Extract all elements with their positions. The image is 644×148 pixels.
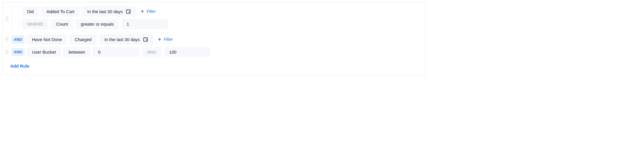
svg-point-11: [8, 39, 8, 40]
svg-rect-14: [144, 38, 148, 41]
rule-2-filter-label: Filter: [164, 37, 173, 42]
rule-1: Did Added To Cart In the last 30 days Fi…: [5, 6, 422, 32]
drag-handle-icon[interactable]: [5, 16, 9, 22]
svg-point-0: [6, 17, 6, 17]
rule-1-where: WHERE Count greater or equals 1: [22, 19, 168, 29]
drag-handle-icon[interactable]: [5, 37, 9, 42]
svg-point-19: [8, 52, 8, 52]
svg-point-7: [129, 12, 130, 12]
rule-3-between-conj: AND: [142, 47, 162, 57]
rule-2-timeframe[interactable]: In the last 30 days: [99, 34, 153, 45]
svg-rect-6: [126, 10, 130, 13]
svg-point-13: [8, 41, 8, 41]
rule-1-handle-area: [5, 6, 20, 32]
rule-2-timeframe-label: In the last 30 days: [104, 37, 140, 42]
rule-1-group-indicator: [11, 6, 20, 32]
where-value[interactable]: 1: [121, 19, 168, 29]
svg-point-12: [6, 41, 6, 41]
add-rule-button[interactable]: Add Rule: [5, 61, 35, 71]
rule-1-filter-label: Filter: [147, 9, 156, 14]
svg-point-16: [6, 50, 6, 50]
svg-point-18: [6, 52, 6, 52]
calendar-icon: [143, 37, 148, 42]
rule-2-and-operator[interactable]: AND: [11, 36, 24, 43]
calendar-icon: [126, 9, 131, 14]
svg-point-17: [8, 50, 8, 50]
drag-handle-icon[interactable]: [5, 50, 9, 55]
svg-point-4: [6, 20, 6, 21]
svg-point-2: [6, 19, 6, 19]
rule-3-property[interactable]: User Bucket: [27, 47, 61, 57]
plus-icon: [158, 37, 162, 41]
rule-2-event[interactable]: Charged: [69, 34, 97, 45]
rule-3: AND User Bucket between 0 AND 100: [5, 47, 422, 57]
rule-1-main: Did Added To Cart In the last 30 days Fi…: [22, 6, 168, 17]
svg-point-10: [6, 39, 6, 40]
svg-point-15: [146, 40, 147, 40]
rule-3-comparator[interactable]: between: [63, 47, 90, 57]
svg-point-8: [6, 37, 6, 38]
svg-point-20: [6, 53, 6, 54]
rule-1-add-filter[interactable]: Filter: [140, 9, 156, 14]
svg-point-9: [8, 37, 8, 38]
where-metric[interactable]: Count: [51, 19, 73, 29]
rule-1-timeframe[interactable]: In the last 30 days: [82, 6, 136, 17]
svg-point-3: [8, 19, 8, 19]
svg-point-1: [8, 17, 8, 17]
rule-1-verb[interactable]: Did: [22, 6, 39, 17]
rule-2: AND Have Not Done Charged In the last 30…: [5, 34, 422, 45]
rule-3-to-value[interactable]: 100: [164, 47, 211, 57]
plus-icon: [140, 9, 144, 13]
svg-point-5: [8, 20, 8, 21]
svg-point-21: [8, 53, 8, 54]
rule-2-add-filter[interactable]: Filter: [158, 37, 173, 42]
where-keyword: WHERE: [22, 19, 49, 29]
rule-1-timeframe-label: In the last 30 days: [87, 9, 123, 14]
rule-3-and-operator[interactable]: AND: [11, 48, 24, 56]
rule-1-event[interactable]: Added To Cart: [41, 6, 80, 17]
rules-panel: Did Added To Cart In the last 30 days Fi…: [2, 2, 426, 75]
rule-2-verb[interactable]: Have Not Done: [27, 34, 67, 45]
rule-3-from-value[interactable]: 0: [93, 47, 139, 57]
where-comparator[interactable]: greater or equals: [76, 19, 119, 29]
